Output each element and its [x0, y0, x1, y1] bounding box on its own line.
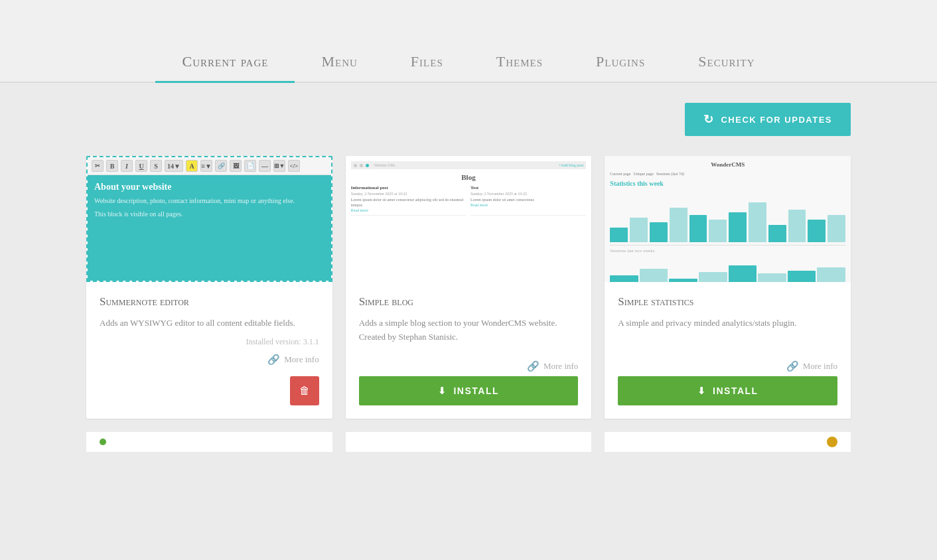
bottom-cards — [86, 432, 851, 452]
bar-3 — [650, 222, 668, 242]
more-info-link-blog[interactable]: 🔗 More info — [359, 360, 579, 372]
stats-preview: WonderCMS Current page Unique page Sessi… — [605, 156, 851, 282]
plugin-info-blog: Simple blog Adds a simple blog section t… — [346, 282, 592, 419]
plugin-card-summernote: ✂ B I U S 14▼ A ≡▼ 🔗 🖼 📄 — ⊞▼ </> — [86, 156, 332, 419]
partial-card-3 — [605, 432, 851, 452]
stats-header-item2: Unique page — [633, 172, 654, 176]
tab-security[interactable]: Security — [672, 40, 781, 83]
post-body-1: Lorem ipsum dolor sit amet consectetur a… — [351, 198, 467, 208]
sn-note: This block is visible on all pages. — [94, 210, 324, 219]
plugin-version-summernote: Installed version: 3.1.1 — [100, 337, 319, 347]
stats-header-item3: Sessions (last 7d) — [656, 172, 684, 176]
tab-files[interactable]: Files — [384, 40, 470, 83]
post-body-2: Lorem ipsum dolor sit amet consectetur. — [470, 198, 586, 203]
sn-fontsize: 14▼ — [165, 160, 183, 172]
sn-strikethrough: S — [150, 160, 162, 172]
stats-chart-1 — [610, 192, 845, 245]
sn-code: </> — [288, 160, 300, 172]
bar2-2 — [640, 269, 668, 282]
blog-posts: Informational post Sunday, 2 November 20… — [351, 185, 587, 216]
plugin-thumbnail-blog: Website URL +Add blog post Blog Informat… — [346, 156, 592, 282]
tab-themes[interactable]: Themes — [470, 40, 569, 83]
blog-action: +Add blog post — [559, 163, 583, 167]
link-icon-stats: 🔗 — [786, 360, 799, 372]
plugin-card-blog: Website URL +Add blog post Blog Informat… — [346, 156, 592, 419]
post-readmore-2: Read more — [470, 203, 586, 207]
tab-menu[interactable]: Menu — [295, 40, 384, 83]
bar-6 — [709, 220, 727, 242]
sn-bold: B — [106, 160, 118, 172]
install-label-blog: INSTALL — [453, 385, 499, 396]
plugin-thumbnail-stats: WonderCMS Current page Unique page Sessi… — [605, 156, 851, 282]
install-button-blog[interactable]: ⬇ INSTALL — [359, 376, 579, 405]
plugin-card-stats: WonderCMS Current page Unique page Sessi… — [605, 156, 851, 419]
link-icon-summernote: 🔗 — [267, 354, 280, 366]
main-content: ↻ CHECK FOR UPDATES ✂ B I U S 14▼ A ≡▼ — [0, 83, 937, 472]
stats-num-1: Statistics this week — [610, 180, 664, 187]
bar-5 — [689, 215, 707, 242]
sn-body: Website description, photo, contact info… — [94, 196, 324, 206]
install-label-stats: INSTALL — [713, 385, 758, 396]
partial-card-2 — [346, 432, 592, 452]
bar2-6 — [758, 273, 786, 282]
more-info-text-stats: More info — [803, 361, 837, 372]
sn-table: ⊞▼ — [273, 160, 285, 172]
blog-post-1: Informational post Sunday, 2 November 20… — [351, 185, 467, 216]
bar-12 — [828, 215, 845, 242]
plugin-desc-blog: Adds a simple blog section to your Wonde… — [359, 316, 579, 354]
download-icon-blog: ⬇ — [438, 385, 447, 396]
refresh-icon: ↻ — [703, 112, 715, 127]
sn-content: About your website Website description, … — [88, 175, 331, 281]
more-info-link-summernote[interactable]: 🔗 More info — [100, 354, 319, 366]
bar-1 — [610, 228, 628, 243]
stats-title: WonderCMS — [610, 161, 845, 168]
blog-header-bar: Website URL +Add blog post — [351, 161, 587, 169]
plugin-info-summernote: Summernote editor Adds an WYSIWYG editor… — [86, 282, 332, 419]
bar-10 — [788, 210, 806, 242]
partial-dot-3 — [827, 437, 837, 447]
check-updates-label: CHECK FOR UPDATES — [721, 115, 832, 125]
plugin-desc-stats: A simple and privacy minded analytics/st… — [618, 316, 837, 354]
trash-icon: 🗑 — [299, 385, 310, 397]
blog-url: Website URL — [374, 163, 396, 167]
plugin-info-stats: Simple statistics A simple and privacy m… — [605, 282, 851, 419]
install-button-stats[interactable]: ⬇ INSTALL — [618, 376, 837, 405]
post-title-2: Test — [470, 185, 586, 190]
stats-numbers: Statistics this week — [610, 180, 845, 187]
bar2-1 — [610, 275, 638, 282]
plugin-name-stats: Simple statistics — [618, 295, 837, 309]
sn-color: A — [186, 160, 198, 172]
top-bar — [0, 0, 937, 40]
plugins-grid: ✂ B I U S 14▼ A ≡▼ 🔗 🖼 📄 — ⊞▼ </> — [86, 156, 851, 419]
sn-toolbar: ✂ B I U S 14▼ A ≡▼ 🔗 🖼 📄 — ⊞▼ </> — [88, 157, 331, 175]
sn-image: 🖼 — [230, 160, 242, 172]
blog-title: Blog — [351, 173, 587, 181]
more-info-text-summernote: More info — [284, 354, 319, 365]
blog-dot-teal — [366, 164, 369, 167]
sn-tool: ✂ — [92, 160, 104, 172]
bar-7 — [729, 212, 747, 242]
more-info-link-stats[interactable]: 🔗 More info — [618, 360, 837, 372]
plugin-desc-summernote: Adds an WYSIWYG editor to all content ed… — [100, 316, 319, 330]
stats-header: Current page Unique page Sessions (last … — [610, 172, 845, 176]
partial-dot-1 — [100, 439, 106, 445]
stats-metric-1: Statistics this week — [610, 180, 664, 187]
stats-header-item: Current page — [610, 172, 630, 176]
bar-4 — [670, 208, 687, 243]
post-meta-1: Sunday, 2 November 2025 at 10:22 — [351, 192, 467, 196]
tab-current-page[interactable]: Current page — [155, 40, 295, 83]
bar2-5 — [729, 265, 757, 282]
link-icon-blog: 🔗 — [527, 360, 540, 372]
check-updates-button[interactable]: ↻ CHECK FOR UPDATES — [685, 103, 851, 136]
blog-post-2: Test Sunday, 2 November 2025 at 10:22 Lo… — [470, 185, 586, 216]
summernote-preview: ✂ B I U S 14▼ A ≡▼ 🔗 🖼 📄 — ⊞▼ </> — [86, 156, 332, 282]
plugin-thumbnail-summernote: ✂ B I U S 14▼ A ≡▼ 🔗 🖼 📄 — ⊞▼ </> — [86, 156, 332, 282]
delete-button-summernote[interactable]: 🗑 — [290, 376, 319, 405]
sn-link: 🔗 — [215, 160, 227, 172]
bar2-4 — [699, 272, 727, 282]
tab-plugins[interactable]: Plugins — [569, 40, 672, 83]
navigation-tabs: Current page Menu Files Themes Plugins S… — [0, 40, 937, 83]
bar-9 — [768, 225, 786, 242]
sn-hr: — — [259, 160, 271, 172]
post-meta-2: Sunday, 2 November 2025 at 10:22 — [470, 192, 586, 196]
